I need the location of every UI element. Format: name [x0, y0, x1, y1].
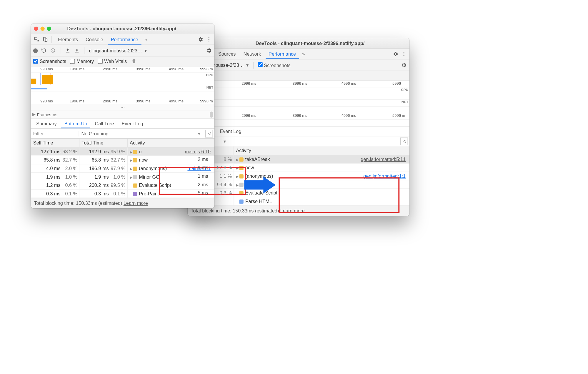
- tab-performance[interactable]: Performance: [266, 49, 299, 59]
- category-swatch: [239, 166, 243, 170]
- toggle-sidebar-icon[interactable]: ◁: [205, 130, 213, 137]
- source-link[interactable]: gen.js:formatted:5:11: [361, 157, 406, 162]
- scroll-handle[interactable]: [210, 112, 213, 118]
- time-cell: 200.2 ms99.5 %: [79, 181, 127, 190]
- grouping-dropdown[interactable]: No Grouping: [79, 131, 205, 137]
- devtools-window-back: DevTools - clinquant-mousse-2f2396.netli…: [188, 38, 409, 216]
- record-button[interactable]: [33, 48, 38, 53]
- inspect-icon[interactable]: [33, 36, 40, 43]
- tab-elements[interactable]: Elements: [55, 35, 81, 44]
- download-icon[interactable]: [73, 47, 80, 54]
- source-link[interactable]: main.js:6:10: [185, 149, 211, 154]
- footer: Total blocking time: 150.33ms (estimated…: [188, 206, 409, 216]
- category-swatch: [239, 182, 243, 187]
- gear-icon[interactable]: [205, 47, 212, 54]
- table-row[interactable]: 2 ms99.4 %▶Minor GC: [188, 180, 409, 189]
- titlebar[interactable]: DevTools - clinquant-mousse-2f2396.netli…: [188, 38, 409, 49]
- svg-point-2: [403, 55, 404, 56]
- svg-point-5: [208, 37, 209, 38]
- collapse-icon[interactable]: ⋯: [31, 105, 214, 110]
- time-cell: 196.9 ms97.9 %: [79, 164, 127, 173]
- col-activity[interactable]: Activity: [234, 146, 409, 155]
- screenshots-checkbox[interactable]: Screenshots: [33, 59, 66, 64]
- category-swatch: [239, 174, 243, 178]
- device-icon[interactable]: [41, 36, 48, 43]
- gear-icon[interactable]: [197, 36, 204, 43]
- traffic-lights[interactable]: [34, 26, 51, 31]
- tab-console[interactable]: Console: [83, 35, 106, 44]
- activity-label: now: [139, 157, 148, 162]
- kebab-icon[interactable]: [400, 51, 407, 57]
- col-total[interactable]: Total Time: [79, 139, 127, 147]
- frames-row[interactable]: ▶Framesns: [31, 110, 214, 119]
- table-row[interactable]: 9 ms97.8 %▶now: [188, 163, 409, 172]
- net-lane: NET: [31, 85, 214, 92]
- tab-strip: Elements Console Performance »: [31, 34, 214, 45]
- cpu-lane: CPU: [31, 72, 214, 85]
- devtools-window-front: DevTools - clinquant-mousse-2f2396.netli…: [31, 24, 214, 208]
- tab-performance[interactable]: Performance: [108, 34, 141, 44]
- table-row[interactable]: 65.8 ms32.7 %65.8 ms32.7 %▶now: [31, 156, 214, 164]
- table-row[interactable]: 127.1 ms63.2 %192.9 ms95.9 %▶omain.js:6:…: [31, 147, 214, 156]
- table-row[interactable]: 4.0 ms2.0 %196.9 ms97.9 %▶(anonymous)mai…: [31, 164, 214, 173]
- tab-calltree[interactable]: Call Tree: [92, 119, 117, 128]
- category-swatch: [133, 167, 137, 171]
- category-swatch: [239, 200, 243, 204]
- activity-label: o: [139, 149, 141, 154]
- svg-point-7: [208, 41, 209, 41]
- toggle-sidebar-icon[interactable]: ◁: [400, 137, 408, 145]
- filter-input[interactable]: [31, 129, 79, 139]
- maximize-icon[interactable]: [47, 26, 51, 31]
- learn-more-link[interactable]: Learn more: [124, 201, 148, 206]
- timeline-overview[interactable]: ms 2996 ms 3996 ms 4996 ms 5996 CPU NET …: [188, 81, 409, 127]
- memory-checkbox[interactable]: Memory: [70, 59, 94, 64]
- gear-icon[interactable]: [400, 61, 407, 68]
- kebab-icon[interactable]: [205, 36, 212, 43]
- ruler-bottom: 998 ms 1998 ms 2998 ms 3998 ms 4998 ms 5…: [31, 99, 214, 105]
- table-row[interactable]: 5 ms0.3 %Evaluate Script: [188, 189, 409, 197]
- trash-icon[interactable]: [131, 58, 137, 64]
- tab-eventlog[interactable]: Event Log: [119, 119, 146, 128]
- table-row[interactable]: 0.3 ms0.1 %0.3 ms0.1 %Pre-Paint: [31, 190, 214, 198]
- tab-network[interactable]: Network: [240, 49, 264, 59]
- table-row[interactable]: 1 ms1.1 %▶(anonymous)gen.js:formatted:1:…: [188, 172, 409, 180]
- timeline-overview[interactable]: 998 ms 1998 ms 2998 ms 3998 ms 4998 ms 5…: [31, 67, 214, 119]
- category-swatch: [239, 157, 243, 162]
- col-activity[interactable]: Activity: [127, 139, 214, 147]
- table-row[interactable]: 2 ms.8 %▶takeABreakgen.js:formatted:5:11: [188, 155, 409, 164]
- comparison-arrow-icon: [244, 177, 279, 193]
- upload-icon[interactable]: [64, 47, 71, 54]
- source-link[interactable]: gen.js:formatted:1:1: [363, 173, 406, 179]
- reload-icon[interactable]: [40, 47, 47, 54]
- time-cell: 0.3 ms0.1 %: [31, 190, 79, 198]
- net-lane-label: NET: [402, 100, 408, 104]
- more-tabs-icon[interactable]: »: [143, 36, 149, 42]
- table-row[interactable]: 1.9 ms1.0 %1.9 ms1.0 %▶Minor GC: [31, 172, 214, 181]
- tab-bottomup[interactable]: Bottom-Up: [61, 119, 90, 128]
- options-row: [188, 71, 409, 81]
- category-swatch: [133, 158, 137, 162]
- learn-more-link[interactable]: Learn more: [280, 208, 305, 214]
- tab-eventlog[interactable]: Event Log: [217, 127, 244, 136]
- activity-cell: ▶omain.js:6:10: [127, 147, 214, 156]
- site-dropdown[interactable]: clinquant-mousse-2f23…: [88, 47, 148, 54]
- screenshots-checkbox[interactable]: Screenshots: [258, 62, 291, 68]
- activity-cell: ▶now: [234, 163, 409, 172]
- col-self[interactable]: Self Time: [31, 139, 79, 147]
- time-cell: 192.9 ms95.9 %: [79, 147, 127, 156]
- minimize-icon[interactable]: [41, 26, 45, 31]
- svg-point-1: [403, 54, 404, 54]
- perf-toolbar: clinquant-mousse-2f23…: [31, 45, 214, 56]
- tab-sources[interactable]: Sources: [215, 49, 239, 59]
- tab-summary[interactable]: Summary: [33, 119, 60, 128]
- time-cell: 1.9 ms1.0 %: [79, 172, 127, 181]
- table-row[interactable]: Parse HTML: [188, 197, 409, 206]
- gear-icon[interactable]: [392, 51, 399, 57]
- category-swatch: [133, 150, 137, 154]
- titlebar[interactable]: DevTools - clinquant-mousse-2f2396.netli…: [31, 24, 214, 34]
- clear-icon[interactable]: [49, 47, 56, 54]
- more-tabs-icon[interactable]: »: [301, 51, 307, 57]
- webvitals-checkbox[interactable]: Web Vitals: [98, 59, 127, 64]
- table-row[interactable]: 1.2 ms0.6 %200.2 ms99.5 %Evaluate Script: [31, 181, 214, 190]
- close-icon[interactable]: [34, 26, 38, 31]
